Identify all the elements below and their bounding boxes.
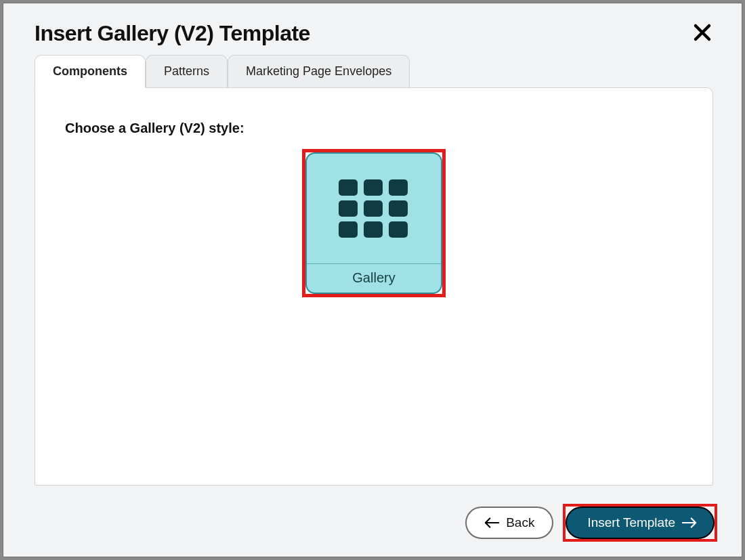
arrow-right-icon: [682, 517, 697, 529]
style-prompt: Choose a Gallery (V2) style:: [65, 121, 683, 136]
grid-icon: [307, 154, 441, 263]
insert-button-label: Insert Template: [587, 515, 675, 530]
back-button[interactable]: Back: [465, 507, 553, 539]
insert-button-highlight: Insert Template: [563, 504, 717, 542]
gallery-tile-highlight: Gallery: [302, 149, 446, 297]
arrow-left-icon: [484, 517, 499, 529]
dialog-footer: Back Insert Template: [465, 504, 717, 542]
insert-template-button[interactable]: Insert Template: [566, 507, 715, 539]
dialog-title: Insert Gallery (V2) Template: [35, 21, 310, 46]
dialog-header: Insert Gallery (V2) Template: [3, 3, 742, 51]
insert-template-dialog: Insert Gallery (V2) Template Components …: [3, 3, 742, 557]
gallery-style-tile[interactable]: Gallery: [305, 152, 442, 294]
tab-components[interactable]: Components: [35, 55, 146, 88]
tab-panel: Choose a Gallery (V2) style: Gallery: [35, 87, 713, 486]
tab-bar: Components Patterns Marketing Page Envel…: [3, 54, 742, 87]
back-button-label: Back: [506, 515, 534, 530]
tab-patterns[interactable]: Patterns: [146, 55, 228, 88]
close-icon: [692, 22, 712, 45]
close-button[interactable]: [690, 22, 715, 46]
gallery-tile-label: Gallery: [307, 263, 441, 293]
tab-marketing-envelopes[interactable]: Marketing Page Envelopes: [228, 55, 410, 88]
